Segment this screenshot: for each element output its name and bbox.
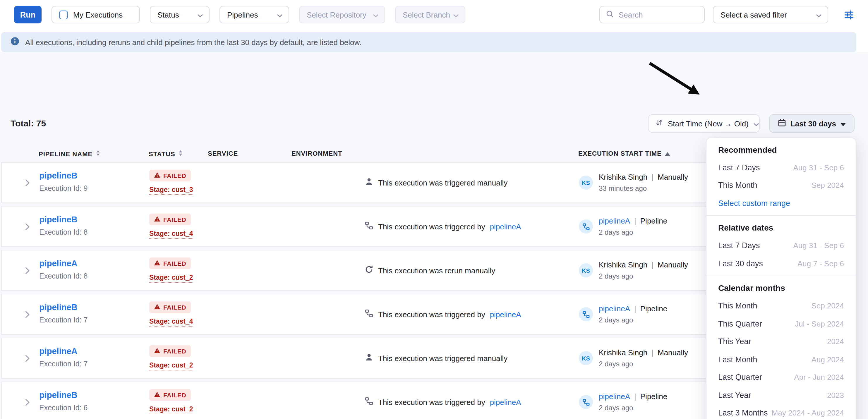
menu-item-label: This Month: [718, 302, 757, 311]
menu-item-date-range: Aug 31 - Sep 6: [794, 241, 844, 250]
sort-dropdown[interactable]: Start Time (New → Old): [648, 114, 760, 133]
expand-row-button[interactable]: [25, 267, 30, 275]
menu-item-this-month[interactable]: This MonthSep 2024: [707, 176, 856, 194]
trigger-pipeline-link[interactable]: pipelineA: [490, 398, 521, 407]
calendar-icon: [778, 119, 786, 128]
execution-start-cell: KS Krishika Singh|Manually 2 days ago: [579, 251, 688, 290]
menu-item-date-range: May 2024 - Aug 2024: [772, 409, 844, 418]
user-icon: [365, 177, 373, 188]
menu-item-this-quarter[interactable]: This QuarterJul - Sep 2024: [707, 315, 856, 333]
menu-item-last-month[interactable]: Last MonthAug 2024: [707, 351, 856, 368]
pipeline-name-link[interactable]: pipelineA: [39, 259, 78, 268]
menu-item-date-range: Aug 31 - Sep 6: [794, 163, 844, 172]
execution-id: Execution Id: 6: [39, 404, 88, 412]
trigger-cell: This execution was triggered by pipeline…: [365, 206, 521, 246]
status-label: FAILED: [163, 304, 186, 311]
menu-item-this-month[interactable]: This MonthSep 2024: [707, 297, 856, 315]
failed-stage-link[interactable]: Stage: cust_3: [149, 186, 193, 195]
column-header-execution-start-time[interactable]: EXECUTION START TIME: [578, 150, 671, 157]
trigger-description: This execution was triggered by: [378, 222, 485, 231]
avatar: KS: [579, 175, 593, 190]
column-header-environment: ENVIRONMENT: [291, 150, 342, 157]
trigger-description: This execution was triggered by: [378, 310, 485, 319]
trigger-cell: This execution was triggered manually: [365, 338, 507, 378]
status-label: FAILED: [163, 216, 186, 223]
avatar: KS: [579, 263, 593, 278]
pipeline-name-link[interactable]: pipelineB: [39, 302, 78, 312]
search-input[interactable]: [619, 10, 698, 19]
column-header-pipeline-name[interactable]: PIPELINE NAME: [39, 150, 100, 157]
triggered-by: Krishika Singh|Manually: [599, 173, 688, 182]
expand-row-button[interactable]: [25, 179, 30, 187]
expand-row-button[interactable]: [25, 398, 30, 406]
execution-id: Execution Id: 8: [39, 228, 88, 236]
status-badge: FAILED: [149, 170, 191, 182]
run-button[interactable]: Run: [14, 6, 41, 23]
trigger-pipeline-link[interactable]: pipelineA: [490, 222, 521, 231]
trigger-cell: This execution was rerun manually: [365, 251, 495, 290]
menu-item-last-30-days[interactable]: Last 30 daysAug 7 - Sep 6: [707, 255, 856, 272]
pipeline-avatar-icon: [579, 307, 593, 321]
pipeline-icon: [365, 221, 373, 232]
failed-stage-link[interactable]: Stage: cust_4: [149, 318, 193, 326]
triggering-pipeline-link[interactable]: pipelineA: [599, 304, 630, 313]
menu-item-label: Select custom range: [718, 199, 790, 208]
failed-stage-link[interactable]: Stage: cust_4: [149, 230, 193, 239]
chevron-down-icon: [373, 10, 379, 19]
expand-row-button[interactable]: [25, 223, 30, 231]
expand-row-button[interactable]: [25, 355, 30, 362]
select-repository-dropdown[interactable]: Select Repository: [299, 6, 385, 23]
my-executions-toggle[interactable]: My Executions: [52, 6, 140, 23]
menu-item-label: Last Quarter: [718, 373, 762, 382]
execution-start-cell: KS Krishika Singh|Manually 2 days ago: [579, 338, 688, 378]
pipeline-cell: pipelineA Execution Id: 7: [39, 346, 88, 368]
menu-item-select-custom-range[interactable]: Select custom range: [707, 194, 856, 212]
triggering-user-name: Krishika Singh: [599, 173, 647, 182]
pipelines-filter-dropdown[interactable]: Pipelines: [219, 6, 289, 23]
chevron-down-icon: [277, 10, 283, 19]
failed-stage-link[interactable]: Stage: cust_2: [149, 362, 193, 370]
select-branch-dropdown[interactable]: Select Branch: [395, 6, 465, 23]
saved-filter-dropdown[interactable]: Select a saved filter: [713, 6, 828, 23]
menu-item-last-quarter[interactable]: Last QuarterApr - Jun 2024: [707, 368, 856, 386]
status-cell: FAILED Stage: cust_3: [149, 170, 193, 195]
status-badge: FAILED: [149, 389, 191, 401]
my-executions-checkbox[interactable]: [59, 10, 68, 19]
expand-row-button[interactable]: [25, 311, 30, 318]
menu-item-last-3-months[interactable]: Last 3 MonthsMay 2024 - Aug 2024: [707, 404, 856, 419]
chevron-down-icon: [816, 10, 822, 19]
executions-list-area: Total: 75 Start Time (New → Old) Last 30…: [0, 52, 868, 419]
info-icon: [10, 37, 19, 48]
triggering-pipeline-link[interactable]: pipelineA: [599, 217, 630, 225]
date-range-button[interactable]: Last 30 days: [769, 114, 855, 133]
triggering-user-name: Krishika Singh: [599, 260, 647, 269]
menu-item-last-year[interactable]: Last Year2023: [707, 386, 856, 404]
trigger-pipeline-link[interactable]: pipelineA: [490, 310, 521, 319]
column-header-status[interactable]: STATUS: [149, 150, 183, 157]
status-badge: FAILED: [149, 345, 191, 357]
menu-item-last-7-days[interactable]: Last 7 DaysAug 31 - Sep 6: [707, 237, 856, 255]
status-label: FAILED: [163, 348, 186, 355]
trigger-cell: This execution was triggered manually: [365, 163, 507, 202]
failed-stage-link[interactable]: Stage: cust_2: [149, 406, 193, 414]
pipeline-name-link[interactable]: pipelineB: [39, 171, 78, 180]
pipeline-name-link[interactable]: pipelineB: [39, 390, 78, 400]
status-cell: FAILED Stage: cust_2: [149, 257, 193, 283]
failed-stage-link[interactable]: Stage: cust_2: [149, 274, 193, 283]
menu-item-date-range: 2023: [827, 391, 844, 400]
toolbar: Run My Executions Status Pipelines Selec…: [0, 0, 868, 29]
menu-item-this-year[interactable]: This Year2024: [707, 333, 856, 351]
triggering-pipeline-link[interactable]: pipelineA: [599, 392, 630, 401]
status-filter-dropdown[interactable]: Status: [150, 6, 210, 23]
pipeline-cell: pipelineB Execution Id: 7: [39, 302, 88, 324]
avatar: KS: [579, 351, 593, 365]
chevron-down-icon: [453, 10, 459, 19]
execution-start-cell: pipelineA|Pipeline 2 days ago: [579, 206, 667, 246]
menu-item-last-7-days[interactable]: Last 7 DaysAug 31 - Sep 6: [707, 159, 856, 176]
pipeline-cell: pipelineA Execution Id: 8: [39, 258, 88, 280]
filter-settings-icon[interactable]: [843, 9, 855, 20]
menu-section-header: Calendar months: [707, 279, 856, 297]
menu-section-header: Recommended: [707, 140, 856, 159]
pipeline-name-link[interactable]: pipelineB: [39, 215, 78, 224]
pipeline-name-link[interactable]: pipelineA: [39, 347, 78, 356]
